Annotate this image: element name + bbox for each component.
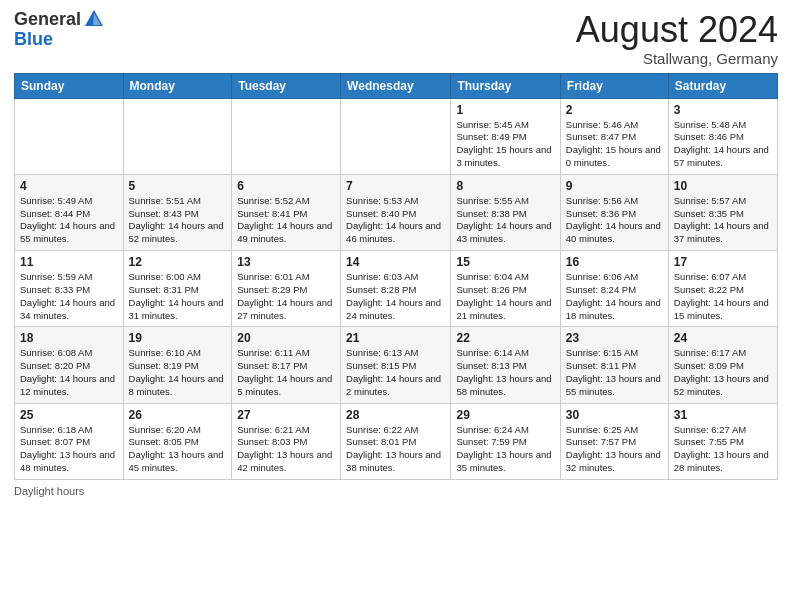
table-row: 2Sunrise: 5:46 AMSunset: 8:47 PMDaylight… xyxy=(560,98,668,174)
calendar-week-row: 18Sunrise: 6:08 AMSunset: 8:20 PMDayligh… xyxy=(15,327,778,403)
table-row: 18Sunrise: 6:08 AMSunset: 8:20 PMDayligh… xyxy=(15,327,124,403)
col-tuesday: Tuesday xyxy=(232,73,341,98)
daylight-hours-label: Daylight hours xyxy=(14,485,84,497)
day-number: 4 xyxy=(20,179,118,193)
day-info: Sunrise: 6:17 AMSunset: 8:09 PMDaylight:… xyxy=(674,347,772,398)
day-info: Sunrise: 6:01 AMSunset: 8:29 PMDaylight:… xyxy=(237,271,335,322)
calendar-table: Sunday Monday Tuesday Wednesday Thursday… xyxy=(14,73,778,480)
day-info: Sunrise: 6:13 AMSunset: 8:15 PMDaylight:… xyxy=(346,347,445,398)
calendar-week-row: 1Sunrise: 5:45 AMSunset: 8:49 PMDaylight… xyxy=(15,98,778,174)
day-number: 7 xyxy=(346,179,445,193)
location: Stallwang, Germany xyxy=(576,50,778,67)
day-number: 2 xyxy=(566,103,663,117)
day-info: Sunrise: 5:49 AMSunset: 8:44 PMDaylight:… xyxy=(20,195,118,246)
table-row: 16Sunrise: 6:06 AMSunset: 8:24 PMDayligh… xyxy=(560,251,668,327)
day-info: Sunrise: 6:00 AMSunset: 8:31 PMDaylight:… xyxy=(129,271,227,322)
day-info: Sunrise: 6:04 AMSunset: 8:26 PMDaylight:… xyxy=(456,271,554,322)
col-wednesday: Wednesday xyxy=(341,73,451,98)
day-info: Sunrise: 6:03 AMSunset: 8:28 PMDaylight:… xyxy=(346,271,445,322)
table-row xyxy=(123,98,232,174)
day-info: Sunrise: 6:18 AMSunset: 8:07 PMDaylight:… xyxy=(20,424,118,475)
table-row: 20Sunrise: 6:11 AMSunset: 8:17 PMDayligh… xyxy=(232,327,341,403)
day-number: 9 xyxy=(566,179,663,193)
footer-note: Daylight hours xyxy=(14,485,778,497)
table-row: 10Sunrise: 5:57 AMSunset: 8:35 PMDayligh… xyxy=(668,174,777,250)
table-row: 25Sunrise: 6:18 AMSunset: 8:07 PMDayligh… xyxy=(15,403,124,479)
table-row: 24Sunrise: 6:17 AMSunset: 8:09 PMDayligh… xyxy=(668,327,777,403)
table-row xyxy=(232,98,341,174)
table-row: 6Sunrise: 5:52 AMSunset: 8:41 PMDaylight… xyxy=(232,174,341,250)
table-row: 22Sunrise: 6:14 AMSunset: 8:13 PMDayligh… xyxy=(451,327,560,403)
day-number: 11 xyxy=(20,255,118,269)
logo: General Blue xyxy=(14,10,105,50)
table-row: 5Sunrise: 5:51 AMSunset: 8:43 PMDaylight… xyxy=(123,174,232,250)
table-row: 17Sunrise: 6:07 AMSunset: 8:22 PMDayligh… xyxy=(668,251,777,327)
day-info: Sunrise: 6:25 AMSunset: 7:57 PMDaylight:… xyxy=(566,424,663,475)
day-number: 28 xyxy=(346,408,445,422)
day-number: 31 xyxy=(674,408,772,422)
table-row: 28Sunrise: 6:22 AMSunset: 8:01 PMDayligh… xyxy=(341,403,451,479)
day-number: 18 xyxy=(20,331,118,345)
day-info: Sunrise: 6:22 AMSunset: 8:01 PMDaylight:… xyxy=(346,424,445,475)
table-row: 12Sunrise: 6:00 AMSunset: 8:31 PMDayligh… xyxy=(123,251,232,327)
day-info: Sunrise: 5:46 AMSunset: 8:47 PMDaylight:… xyxy=(566,119,663,170)
table-row: 1Sunrise: 5:45 AMSunset: 8:49 PMDaylight… xyxy=(451,98,560,174)
col-friday: Friday xyxy=(560,73,668,98)
day-number: 27 xyxy=(237,408,335,422)
day-number: 29 xyxy=(456,408,554,422)
table-row xyxy=(15,98,124,174)
table-row: 30Sunrise: 6:25 AMSunset: 7:57 PMDayligh… xyxy=(560,403,668,479)
table-row: 27Sunrise: 6:21 AMSunset: 8:03 PMDayligh… xyxy=(232,403,341,479)
logo-icon xyxy=(83,8,105,30)
table-row: 31Sunrise: 6:27 AMSunset: 7:55 PMDayligh… xyxy=(668,403,777,479)
day-number: 16 xyxy=(566,255,663,269)
day-info: Sunrise: 5:57 AMSunset: 8:35 PMDaylight:… xyxy=(674,195,772,246)
col-saturday: Saturday xyxy=(668,73,777,98)
day-number: 24 xyxy=(674,331,772,345)
logo-general-text: General xyxy=(14,10,81,30)
calendar-week-row: 25Sunrise: 6:18 AMSunset: 8:07 PMDayligh… xyxy=(15,403,778,479)
table-row: 19Sunrise: 6:10 AMSunset: 8:19 PMDayligh… xyxy=(123,327,232,403)
day-info: Sunrise: 5:52 AMSunset: 8:41 PMDaylight:… xyxy=(237,195,335,246)
day-number: 19 xyxy=(129,331,227,345)
table-row: 11Sunrise: 5:59 AMSunset: 8:33 PMDayligh… xyxy=(15,251,124,327)
day-number: 21 xyxy=(346,331,445,345)
day-number: 6 xyxy=(237,179,335,193)
table-row: 4Sunrise: 5:49 AMSunset: 8:44 PMDaylight… xyxy=(15,174,124,250)
table-row: 13Sunrise: 6:01 AMSunset: 8:29 PMDayligh… xyxy=(232,251,341,327)
day-info: Sunrise: 6:06 AMSunset: 8:24 PMDaylight:… xyxy=(566,271,663,322)
day-number: 25 xyxy=(20,408,118,422)
day-info: Sunrise: 5:48 AMSunset: 8:46 PMDaylight:… xyxy=(674,119,772,170)
page-header: General Blue August 2024 Stallwang, Germ… xyxy=(14,10,778,67)
table-row: 23Sunrise: 6:15 AMSunset: 8:11 PMDayligh… xyxy=(560,327,668,403)
day-number: 15 xyxy=(456,255,554,269)
day-number: 30 xyxy=(566,408,663,422)
day-number: 12 xyxy=(129,255,227,269)
day-info: Sunrise: 5:51 AMSunset: 8:43 PMDaylight:… xyxy=(129,195,227,246)
day-info: Sunrise: 6:21 AMSunset: 8:03 PMDaylight:… xyxy=(237,424,335,475)
day-number: 22 xyxy=(456,331,554,345)
day-info: Sunrise: 6:20 AMSunset: 8:05 PMDaylight:… xyxy=(129,424,227,475)
day-info: Sunrise: 6:07 AMSunset: 8:22 PMDaylight:… xyxy=(674,271,772,322)
table-row: 9Sunrise: 5:56 AMSunset: 8:36 PMDaylight… xyxy=(560,174,668,250)
title-block: August 2024 Stallwang, Germany xyxy=(576,10,778,67)
day-number: 5 xyxy=(129,179,227,193)
table-row: 15Sunrise: 6:04 AMSunset: 8:26 PMDayligh… xyxy=(451,251,560,327)
day-number: 20 xyxy=(237,331,335,345)
day-info: Sunrise: 6:08 AMSunset: 8:20 PMDaylight:… xyxy=(20,347,118,398)
day-number: 13 xyxy=(237,255,335,269)
day-info: Sunrise: 6:24 AMSunset: 7:59 PMDaylight:… xyxy=(456,424,554,475)
day-number: 8 xyxy=(456,179,554,193)
day-number: 23 xyxy=(566,331,663,345)
day-info: Sunrise: 6:14 AMSunset: 8:13 PMDaylight:… xyxy=(456,347,554,398)
day-number: 26 xyxy=(129,408,227,422)
table-row: 14Sunrise: 6:03 AMSunset: 8:28 PMDayligh… xyxy=(341,251,451,327)
table-row: 7Sunrise: 5:53 AMSunset: 8:40 PMDaylight… xyxy=(341,174,451,250)
day-info: Sunrise: 5:55 AMSunset: 8:38 PMDaylight:… xyxy=(456,195,554,246)
table-row: 26Sunrise: 6:20 AMSunset: 8:05 PMDayligh… xyxy=(123,403,232,479)
table-row: 8Sunrise: 5:55 AMSunset: 8:38 PMDaylight… xyxy=(451,174,560,250)
day-info: Sunrise: 6:11 AMSunset: 8:17 PMDaylight:… xyxy=(237,347,335,398)
col-sunday: Sunday xyxy=(15,73,124,98)
day-number: 1 xyxy=(456,103,554,117)
table-row: 21Sunrise: 6:13 AMSunset: 8:15 PMDayligh… xyxy=(341,327,451,403)
